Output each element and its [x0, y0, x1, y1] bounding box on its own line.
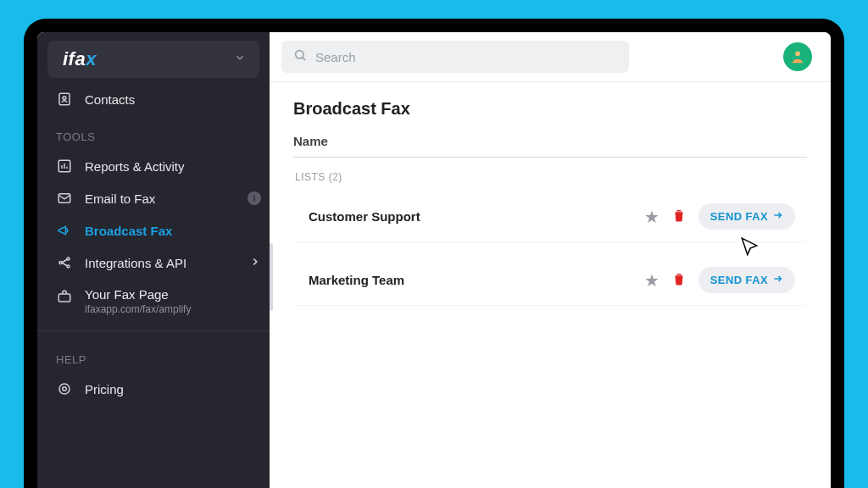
list-item: Customer Support ★ SEND FAX	[293, 191, 807, 241]
reports-icon	[56, 158, 73, 174]
svg-point-8	[59, 384, 70, 394]
sidebar-item-label: Your Fax Page ifaxapp.com/fax/amplify	[85, 287, 261, 315]
integrations-icon	[56, 255, 73, 270]
send-fax-button[interactable]: SEND FAX	[698, 203, 795, 230]
sidebar-item-integrations[interactable]: Integrations & API	[37, 247, 270, 279]
section-label-help: HELP	[37, 338, 270, 373]
sidebar-item-fax-page[interactable]: Your Fax Page ifaxapp.com/fax/amplify	[37, 279, 270, 324]
briefcase-icon	[56, 289, 73, 304]
contacts-icon	[56, 92, 73, 107]
sidebar-item-reports[interactable]: Reports & Activity	[37, 150, 270, 182]
svg-point-9	[63, 387, 67, 391]
topbar	[270, 32, 831, 82]
avatar[interactable]	[783, 42, 812, 71]
sidebar-item-label: Contacts	[85, 92, 261, 107]
sidebar-item-sublabel: ifaxapp.com/fax/amplify	[85, 303, 261, 315]
star-icon[interactable]: ★	[644, 270, 659, 291]
sidebar-item-label: Integrations & API	[85, 256, 237, 270]
workspace-switcher[interactable]: ifax	[47, 41, 259, 78]
scrollbar[interactable]	[270, 243, 273, 311]
sidebar-item-contacts[interactable]: Contacts	[37, 83, 270, 115]
chevron-down-icon	[234, 52, 246, 67]
app-screen: ifax Contacts TOOLS Reports & Activity	[37, 32, 831, 488]
device-frame: ifax Contacts TOOLS Reports & Activity	[24, 19, 844, 488]
page-title: Broadcast Fax	[293, 99, 807, 119]
list-item-name: Customer Support	[309, 209, 644, 224]
search-input[interactable]	[315, 50, 617, 64]
svg-point-11	[795, 51, 800, 56]
sidebar-item-broadcast[interactable]: Broadcast Fax	[37, 214, 270, 247]
megaphone-icon	[56, 223, 73, 238]
chevron-right-icon	[249, 256, 261, 270]
sidebar-item-pricing[interactable]: Pricing	[37, 373, 270, 405]
content: Broadcast Fax Name LISTS (2) Customer Su…	[270, 82, 831, 336]
svg-rect-7	[58, 294, 70, 302]
sidebar-item-label: Pricing	[85, 382, 261, 396]
divider	[37, 330, 270, 331]
list-item: Marketing Team ★ SEND FAX	[293, 255, 807, 305]
trash-icon[interactable]	[671, 271, 687, 289]
main: Broadcast Fax Name LISTS (2) Customer Su…	[270, 32, 831, 488]
search-input-wrapper[interactable]	[281, 41, 629, 73]
star-icon[interactable]: ★	[644, 207, 659, 227]
sidebar-item-label: Email to Fax	[85, 191, 236, 206]
section-label-tools: TOOLS	[37, 115, 270, 150]
brand-logo: ifax	[63, 48, 97, 70]
search-icon	[293, 48, 307, 65]
trash-icon[interactable]	[671, 208, 687, 225]
list-item-name: Marketing Team	[309, 273, 644, 287]
lists-count-label: LISTS (2)	[295, 171, 807, 183]
send-icon	[773, 274, 783, 286]
send-icon	[773, 210, 783, 223]
info-icon: i	[248, 191, 261, 205]
send-fax-button[interactable]: SEND FAX	[698, 267, 795, 293]
sidebar-item-email-to-fax[interactable]: Email to Fax i	[37, 182, 270, 214]
svg-point-4	[59, 262, 62, 264]
sidebar-item-label: Reports & Activity	[85, 159, 261, 174]
svg-point-10	[296, 51, 303, 58]
mail-icon	[56, 191, 73, 206]
sidebar-item-label: Broadcast Fax	[85, 224, 261, 238]
svg-point-1	[63, 97, 66, 100]
svg-point-6	[67, 265, 70, 268]
sidebar: ifax Contacts TOOLS Reports & Activity	[37, 32, 270, 488]
column-header-name: Name	[293, 134, 807, 158]
pricing-icon	[56, 381, 73, 396]
svg-point-5	[67, 258, 70, 260]
